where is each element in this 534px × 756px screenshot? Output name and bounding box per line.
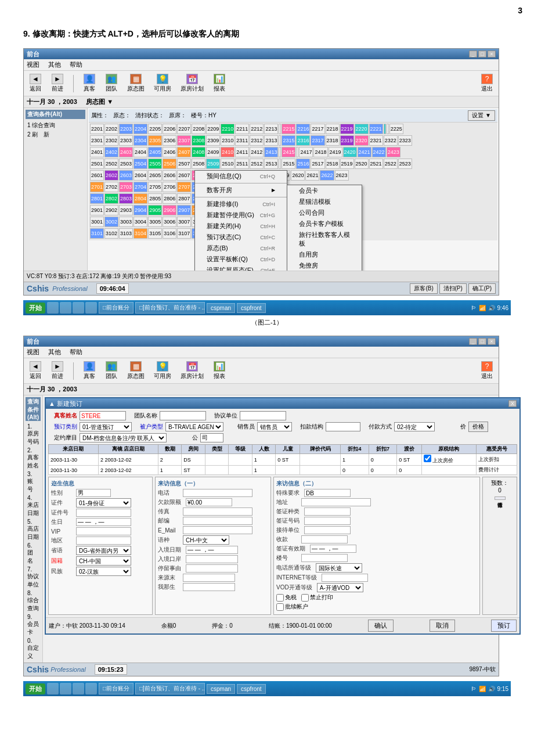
menu-help[interactable]: 帮助 (70, 60, 82, 69)
quick-icon-1d[interactable] (85, 302, 97, 314)
vip-input[interactable] (76, 527, 131, 535)
minimize-btn-2[interactable]: _ (469, 338, 477, 345)
room-2706[interactable]: 2706 (163, 182, 176, 192)
birthday-input[interactable] (76, 518, 131, 526)
credit-input[interactable] (186, 498, 232, 506)
phone-input[interactable] (183, 489, 252, 497)
room-2906[interactable]: 2906 (163, 205, 176, 215)
reserve-btn[interactable]: 预订 (491, 620, 517, 632)
quick-icon-2b[interactable] (60, 683, 71, 694)
deposit-select[interactable]: DM-档套信息备注/劳 联系人 (80, 433, 167, 442)
id-num-input[interactable] (76, 509, 131, 517)
visa-exp-input[interactable] (310, 545, 356, 553)
room-2205[interactable]: 2205 (148, 124, 162, 134)
sub-self-room[interactable]: 自用房 (287, 249, 362, 260)
room-2902[interactable]: 2902 (104, 205, 118, 215)
vod-select[interactable]: A-开通VOD (317, 583, 363, 592)
room-2213[interactable]: 2213 (264, 124, 278, 134)
room-2310[interactable]: 2310 (221, 135, 234, 146)
room-2807[interactable]: 2807 (177, 193, 191, 204)
room-2412[interactable]: 2412 (250, 147, 264, 157)
room-2417[interactable]: 2417 (299, 147, 313, 157)
room-2212[interactable]: 2212 (250, 124, 264, 134)
tax-free-chk[interactable]: 免税 (276, 593, 297, 602)
ctx-open-room[interactable]: 数客开房 会员卡 星猫洁模板 公司合同 会员卡客户模板 旅行社数客客人模板 自用… (195, 185, 287, 196)
toolbar-roomview[interactable]: ▦ 原态图 (125, 73, 147, 94)
sub-travel-template[interactable]: 旅行社数客客人模板 (287, 229, 362, 249)
room-2303[interactable]: 2303 (119, 135, 133, 146)
btn-room-guest[interactable]: 原客(B) (410, 283, 437, 294)
room-2214[interactable] (279, 124, 281, 134)
room-2211[interactable]: 2211 (235, 124, 249, 134)
room-2516[interactable]: 2516 (296, 159, 310, 169)
visa-type-input[interactable] (304, 507, 351, 516)
lang-select[interactable]: CH-中文 (183, 535, 229, 545)
toolbar-report[interactable]: 📊 报表 (211, 73, 228, 94)
left-item-24[interactable]: 4. 来店日期 (26, 494, 41, 518)
room-2419[interactable]: 2419 (329, 147, 342, 157)
room-2512[interactable]: 2512 (250, 159, 264, 169)
room-2406[interactable]: 2406 (163, 147, 176, 157)
room-2508[interactable]: 2508 (192, 159, 205, 169)
ctx-room-status[interactable]: 原态(B) Ctrl+R (195, 243, 287, 254)
postal-input[interactable] (183, 517, 252, 525)
price-btn[interactable]: 价格 (468, 422, 488, 432)
room-2509[interactable]: 2509 (206, 159, 220, 169)
room-2621[interactable]: 2621 (305, 170, 319, 181)
room-2309[interactable]: 2309 (206, 135, 220, 146)
room-2905[interactable]: 2905 (148, 205, 162, 215)
room-2408[interactable]: 2408 (192, 147, 205, 157)
room-2422[interactable]: 2422 (372, 147, 386, 157)
ctx-reservation-status[interactable]: 预订状态(C) Ctrl+C (195, 232, 287, 243)
room-2318[interactable]: 2318 (326, 135, 340, 146)
quick-icon-1c[interactable] (73, 302, 84, 314)
taskbar-item-reservation-2[interactable]: □]前台预订、前台准待 - ... (135, 683, 205, 694)
visa-no-input[interactable] (304, 517, 351, 525)
room-2604[interactable]: 2604 (134, 170, 147, 181)
room-2803[interactable]: 2803 (119, 193, 133, 204)
room-2421[interactable]: 2421 (358, 147, 371, 157)
room-2223[interactable] (387, 124, 389, 134)
room-2623[interactable]: 2623 (335, 170, 349, 181)
room-2416[interactable] (296, 147, 298, 157)
left-item-26[interactable]: 6. 团 名 (26, 542, 41, 566)
window1-view-title[interactable]: 房态图 ▼ (86, 98, 113, 105)
room-2301[interactable]: 2301 (90, 135, 104, 146)
room-2501[interactable]: 2501 (90, 159, 104, 169)
room-3006[interactable]: 3006 (163, 217, 176, 227)
no-print-checkbox[interactable] (301, 594, 309, 602)
room-2321[interactable]: 2321 (369, 135, 383, 146)
room-2521[interactable]: 2521 (369, 159, 383, 169)
room-3105[interactable]: 3105 (148, 228, 162, 239)
nationality-select[interactable]: CH-中国 (76, 556, 131, 566)
toolbar2-forward[interactable]: ► 前进 (49, 360, 66, 381)
room-2302[interactable]: 2302 (104, 135, 118, 146)
taskbar-item-cspfront-2[interactable]: cspfront (237, 684, 266, 694)
company-input[interactable] (200, 433, 223, 442)
sub-company-contract[interactable]: 公司合同 (287, 207, 362, 218)
menu-other[interactable]: 其他 (48, 60, 61, 69)
room-3102[interactable]: 3102 (104, 228, 118, 239)
left-item-20[interactable]: 0. 自定义 (26, 637, 41, 661)
batch-account-chk[interactable]: 批续帐户 (276, 603, 308, 611)
room-2311[interactable]: 2311 (235, 135, 249, 146)
room-2216[interactable]: 2216 (296, 124, 310, 134)
quick-icon-1b[interactable] (60, 302, 71, 314)
room-2319[interactable]: 2319 (340, 135, 354, 146)
room-2606[interactable]: 2606 (163, 170, 176, 181)
toolbar2-roomview[interactable]: ▦ 原态图 (125, 360, 147, 381)
toolbar-group[interactable]: 👥 团队 (103, 73, 120, 94)
room-2503[interactable]: 2503 (119, 159, 133, 169)
toolbar2-plan[interactable]: 📅 原房计划 (178, 360, 206, 381)
room-2204[interactable]: 2204 (134, 124, 147, 134)
room-2402[interactable]: 2402 (104, 147, 118, 157)
room-3003[interactable]: 3003 (119, 217, 133, 227)
toolbar-exit[interactable]: ? 退出 (478, 73, 496, 94)
room-2405[interactable]: 2405 (148, 147, 162, 157)
ctx-new-close[interactable]: 新建关闭(H) Ctrl+H (195, 221, 287, 232)
toolbar2-group[interactable]: 👥 团队 (103, 360, 120, 381)
source-input[interactable] (183, 574, 235, 582)
room-2605[interactable]: 2605 (148, 170, 162, 181)
room-2801[interactable]: 2801 (90, 193, 104, 204)
entry-date-input[interactable] (186, 546, 238, 554)
